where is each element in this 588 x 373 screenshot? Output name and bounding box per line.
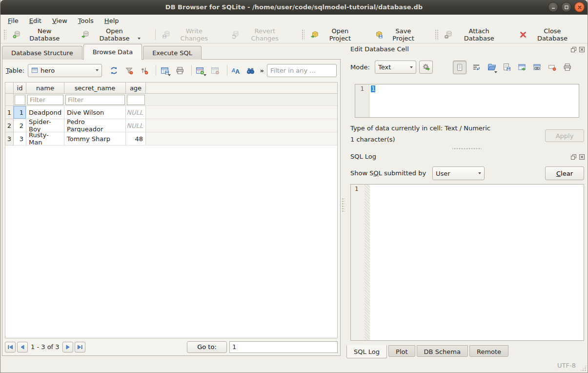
write-changes-button[interactable]: Write Changes [158,27,219,42]
goto-cell-button[interactable] [245,64,257,77]
filter-age-input[interactable] [127,95,145,105]
row-header[interactable]: 3 [5,132,14,145]
close-database-button[interactable]: Close Database [515,27,579,42]
cell-age[interactable]: NULL [126,119,146,132]
tab-plot[interactable]: Plot [388,345,415,357]
cell-name[interactable]: Rusty-Man [26,132,64,145]
goto-input[interactable] [229,341,338,353]
copy-link-button[interactable] [531,61,542,74]
clear-filters-button[interactable] [123,64,135,77]
table-row: 2 2 Spider-Boy Pedro Parqueador NULL [5,119,337,132]
grid-header-row: id name secret_name age [5,83,337,94]
text-mode-button[interactable] [453,61,466,74]
row-header[interactable]: 2 [5,119,14,132]
cell-secret-name[interactable]: Tommy Sharp [64,132,126,145]
right-pane: Edit Database Cell Mode: Text [345,43,588,373]
set-null-icon [548,63,556,71]
cell-id[interactable]: 3 [14,132,26,145]
column-header-id[interactable]: id [14,83,26,94]
export-to-file-button[interactable] [501,61,512,74]
menu-help[interactable]: Help [99,16,124,26]
cell-age[interactable]: 48 [126,132,146,145]
cell-id[interactable]: 2 [14,119,26,132]
menu-file[interactable]: File [2,16,24,26]
cell-age[interactable]: NULL [126,106,146,119]
dock-close-button[interactable] [578,153,585,160]
table-select[interactable]: hero [28,64,102,77]
tab-sql-log[interactable]: SQL Log [346,345,387,358]
open-project-button[interactable]: Open Project [306,27,363,42]
apply-button[interactable]: Apply [545,129,584,142]
column-header-age[interactable]: age [126,83,146,94]
first-page-button[interactable] [5,342,16,352]
table-row: 1 1 Deadpond Dive Wilson NULL [5,106,337,119]
menu-view[interactable]: View [47,16,73,26]
filter-secret-name-input[interactable] [65,95,125,105]
new-database-button[interactable]: New Database [8,27,69,42]
edit-display-format-button[interactable]: A A [230,64,242,77]
close-button[interactable] [574,2,585,12]
save-project-button[interactable]: Save Project [370,27,425,42]
save-results-button[interactable] [159,64,170,77]
auto-apply-button[interactable] [419,61,433,74]
clear-log-button[interactable]: Clear [545,166,584,180]
sql-source-select[interactable]: User [432,166,485,180]
filter-name-input[interactable] [27,95,63,105]
import-from-file-button[interactable] [486,61,497,74]
mode-select[interactable]: Text [375,61,416,74]
maximize-button[interactable] [561,2,571,12]
tab-database-structure[interactable]: Database Structure [2,46,82,60]
float-icon [570,154,577,160]
delete-record-button[interactable] [209,64,221,77]
toolbar-grip[interactable] [302,29,304,40]
open-external-button[interactable] [516,61,527,74]
word-wrap-button[interactable] [471,61,482,74]
clear-filter-icon [125,66,133,75]
print-cell-button[interactable] [562,61,572,74]
toolbar-overflow-chevron[interactable]: » [260,67,264,74]
cell-name[interactable]: Deadpond [26,106,64,119]
previous-page-button[interactable] [17,342,28,352]
menu-edit[interactable]: Edit [24,16,47,26]
titlebar[interactable]: DB Browser for SQLite - /home/user/code/… [0,0,588,15]
column-header-secret-name[interactable]: secret_name [64,83,126,94]
clear-sorting-button[interactable] [138,64,150,77]
tab-remote[interactable]: Remote [469,345,508,357]
print-button[interactable] [174,64,185,77]
sql-log-editor[interactable]: 1 [350,184,584,341]
filter-id-input[interactable] [15,95,25,105]
goto-button[interactable]: Go to: [187,341,227,353]
tab-db-schema[interactable]: DB Schema [417,345,468,357]
refresh-button[interactable] [108,64,120,77]
pane-splitter[interactable] [342,198,345,212]
svg-text:A: A [235,67,240,74]
cell-id[interactable]: 1 [14,106,26,119]
column-header-name[interactable]: name [26,83,64,94]
set-null-button[interactable] [547,61,557,74]
cell-name[interactable]: Spider-Boy [26,119,64,132]
dock-close-button[interactable] [578,46,585,53]
row-header[interactable]: 1 [5,106,14,119]
next-page-button[interactable] [62,342,73,352]
revert-changes-button[interactable]: Revert Changes [227,27,292,42]
main-toolbar: New Database Open Database Write Changes… [0,26,588,43]
font-format-icon: A A [231,66,240,75]
open-database-button[interactable]: Open Database [77,27,145,42]
toolbar-grip[interactable] [435,29,438,40]
dock-float-button[interactable] [570,153,577,160]
insert-record-button[interactable] [194,64,206,77]
menu-tools[interactable]: Tools [73,16,99,26]
minimize-button[interactable] [548,2,558,12]
grid-corner[interactable] [5,83,14,94]
tab-execute-sql[interactable]: Execute SQL [143,46,202,60]
cell-secret-name[interactable]: Pedro Parqueador [64,119,126,132]
tab-browse-data[interactable]: Browse Data [83,44,142,60]
attach-database-button[interactable]: Attach Database [440,27,507,42]
toolbar-grip[interactable] [3,29,6,40]
last-page-button[interactable] [75,342,85,352]
cell-secret-name[interactable]: Dive Wilson [64,106,126,119]
dock-splitter[interactable] [452,147,482,150]
dock-float-button[interactable] [570,46,577,53]
filter-any-input[interactable] [267,64,337,77]
cell-editor[interactable]: 1 1 [355,84,579,118]
